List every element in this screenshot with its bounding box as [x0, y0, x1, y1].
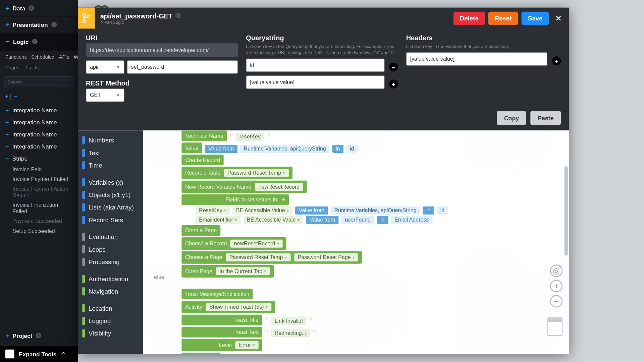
chevron-down-icon: ▼	[116, 65, 120, 70]
qs-row: [value value value]+	[246, 75, 398, 93]
chevron-down-icon: ▼	[116, 93, 120, 98]
block-category[interactable]: Evaluation	[78, 231, 143, 243]
block-category[interactable]: Visibility	[78, 327, 143, 340]
block-category[interactable]: Objects (x1,y1)	[78, 189, 143, 201]
plus-icon: +	[5, 107, 9, 114]
category-color-icon	[82, 258, 85, 266]
subtab-pages[interactable]: Pages	[5, 65, 19, 70]
trash-icon[interactable]	[547, 317, 562, 336]
add-row-icon[interactable]: +	[552, 56, 561, 65]
section-presentation[interactable]: +Presentationi	[0, 16, 78, 33]
stripe-sub[interactable]: Setup Succeeded	[0, 226, 78, 236]
plus-icon: +	[5, 21, 9, 28]
category-color-icon	[82, 149, 85, 157]
category-label: Processing	[89, 258, 119, 265]
category-label: Location	[89, 305, 112, 312]
block-category[interactable]: Time	[78, 159, 143, 172]
expand-tools[interactable]: Expand Tools ⌃	[0, 346, 78, 362]
remove-row-icon[interactable]: −	[389, 63, 398, 72]
block-category[interactable]: Variables (x)	[78, 176, 143, 188]
section-project[interactable]: +Projecti	[0, 327, 78, 344]
block-category[interactable]: Loops	[78, 243, 143, 255]
plus-icon: +	[5, 4, 9, 11]
paste-button[interactable]: Paste	[531, 111, 561, 125]
category-label: Loops	[89, 246, 106, 253]
zoom-in-icon[interactable]: +	[550, 280, 562, 292]
delete-button[interactable]: Delete	[453, 11, 485, 25]
uri-base: https://dev-applicationname.citizendevel…	[86, 43, 238, 57]
stripe-sub[interactable]: Invoice Paid	[0, 165, 78, 174]
block-category[interactable]: Navigation	[78, 285, 143, 298]
flow-blocks: else Technical Name “resetKey” Value Val…	[181, 130, 448, 354]
stripe-sub[interactable]: Invoice Payment Failed	[0, 174, 78, 184]
tab-scheduled[interactable]: Scheduled	[31, 54, 54, 59]
minus-icon: −	[5, 38, 9, 46]
flow-canvas[interactable]: ◎ + − else Technical Name “resetKey” Val…	[143, 130, 569, 354]
copy-button[interactable]: Copy	[497, 111, 526, 125]
block-category[interactable]: Logging	[78, 315, 143, 327]
category-color-icon	[82, 329, 85, 338]
copy-paste-row: Copy Paste	[78, 109, 569, 130]
category-color-icon	[82, 216, 85, 224]
api-prefix-select[interactable]: api/▼	[86, 60, 124, 74]
block-category[interactable]: Lists (aka Array)	[78, 201, 143, 214]
close-icon[interactable]: ✕	[552, 13, 565, 23]
category-color-icon	[82, 317, 85, 325]
block-category[interactable]: Record Sets	[78, 214, 143, 226]
app-logo-icon	[5, 350, 14, 359]
zoom-out-icon[interactable]: −	[550, 295, 562, 307]
block-category[interactable]: Authentication	[78, 273, 143, 285]
save-button[interactable]: Save	[522, 11, 549, 25]
qs-key-input[interactable]: id	[246, 59, 384, 72]
svg-point-1	[83, 20, 86, 22]
category-label: Variables (x)	[89, 179, 123, 186]
section-logic[interactable]: −Logici	[0, 33, 78, 51]
hd-label: Headers	[406, 34, 561, 42]
tab-functions[interactable]: Functions	[5, 54, 27, 59]
block-category[interactable]: Processing	[78, 256, 143, 268]
category-label: Authentication	[89, 275, 128, 282]
stripe-sub[interactable]: Invoice Finalization Failed	[0, 200, 78, 216]
category-color-icon	[82, 287, 85, 295]
center-icon[interactable]: ◎	[550, 264, 562, 277]
remove-icon[interactable]: −	[13, 93, 17, 100]
qs-hint: List each key in the Querystring that yo…	[246, 43, 398, 56]
section-data[interactable]: +Datai	[0, 0, 78, 16]
sidebar-item-int2[interactable]: +Integration Name	[0, 116, 78, 128]
category-label: Visibility	[89, 330, 111, 337]
tab-apis[interactable]: APIs	[59, 54, 69, 59]
block-chip[interactable]: resetKey	[236, 132, 264, 140]
logic-subtabs: Pages Fields	[0, 63, 78, 74]
qs-key-input[interactable]: [value value value]	[246, 75, 384, 89]
block-category[interactable]: Numbers	[78, 134, 143, 146]
category-label: Record Sets	[89, 216, 123, 223]
qs-label: Querystring	[246, 34, 398, 42]
hd-row: [value value value]+	[406, 52, 561, 69]
block-category[interactable]: Text	[78, 146, 143, 159]
else-label: else	[154, 274, 165, 280]
logic-tabs: Functions Scheduled APIs We	[0, 51, 78, 63]
subtab-fields[interactable]: Fields	[25, 65, 39, 70]
qs-row: id−	[246, 59, 398, 76]
rest-method-select[interactable]: GET▼	[86, 88, 124, 102]
add-icon[interactable]: +	[4, 93, 8, 100]
sidebar-item-int3[interactable]: +Integration Name	[0, 128, 78, 140]
reset-button[interactable]: Reset	[488, 11, 518, 25]
search-input[interactable]	[4, 76, 73, 87]
hd-hint: List each key in the Headers that you ar…	[406, 43, 561, 50]
stripe-sub[interactable]: Payment Succeeded	[0, 216, 78, 226]
api-name-input[interactable]: set_password	[127, 60, 238, 74]
scrollbar[interactable]	[565, 166, 568, 256]
block-category[interactable]: Location	[78, 302, 143, 314]
plus-icon: +	[5, 131, 9, 138]
uri-label: URI	[86, 34, 238, 42]
sidebar-item-int1[interactable]: +Integration Name	[0, 104, 78, 116]
stripe-sub[interactable]: Invoice Payment Action Requir	[0, 184, 78, 200]
add-remove: +|−	[0, 90, 78, 102]
sidebar-item-int4[interactable]: +Integration Name	[0, 140, 78, 153]
sidebar-item-stripe[interactable]: −Stripe	[0, 153, 78, 165]
block-categories: NumbersTextTimeVariables (x)Objects (x1,…	[78, 130, 143, 354]
add-row-icon[interactable]: +	[389, 79, 398, 88]
rest-label: REST Method	[86, 79, 238, 87]
hd-key-input[interactable]: [value value value]	[406, 52, 547, 66]
